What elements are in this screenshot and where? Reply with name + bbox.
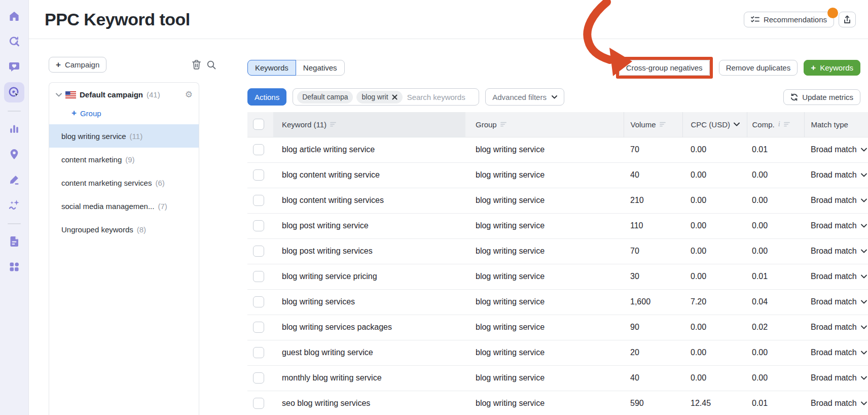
row-checkbox[interactable] [253,322,264,333]
volume-cell: 40 [624,365,682,391]
search-keywords-input[interactable] [406,92,475,102]
group-item[interactable]: social media managemen... (7) [49,194,199,218]
header-keyword[interactable]: Keyword (11) [282,120,465,129]
group-item[interactable]: blog writing service (11) [49,124,199,148]
add-group-button[interactable]: + Group [49,105,199,124]
local-marketing-pin-icon[interactable] [4,144,24,164]
volume-cell: 210 [624,188,682,213]
header-group[interactable]: Group [476,120,623,129]
row-checkbox[interactable] [253,398,264,409]
actions-button[interactable]: Actions [247,88,286,106]
reports-document-icon[interactable] [4,231,24,252]
ppc-tool-icon[interactable] [4,82,24,102]
group-item[interactable]: Ungrouped keywords (8) [49,218,199,241]
chevron-down-icon [861,351,867,355]
add-campaign-button[interactable]: + Campaign [49,57,106,73]
tab-keywords[interactable]: Keywords [247,60,296,76]
remove-chip-icon[interactable] [392,94,397,100]
keywords-negatives-tabs: Keywords Negatives [247,60,345,76]
analytics-icon[interactable] [4,119,24,139]
header-cpc[interactable]: CPC (USD) [691,120,746,129]
competition-cell: 0.00 [747,238,804,264]
row-checkbox[interactable] [253,220,264,231]
cpc-cell: 12.45 [682,391,747,415]
group-cell: blog writing service [465,365,624,391]
cross-group-negatives-button[interactable]: Cross-group negatives [619,60,710,76]
competition-cell: 0.04 [747,289,804,315]
row-checkbox[interactable] [253,347,264,358]
row-checkbox[interactable] [253,246,264,257]
row-checkbox[interactable] [253,271,264,282]
table-row: monthly blog writing service blog writin… [247,365,868,391]
group-item[interactable]: content marketing services (6) [49,171,199,194]
content-editor-pencil-icon[interactable] [4,169,24,190]
keyword-cell: blog post writing services [273,238,465,264]
header-volume[interactable]: Volume [631,120,682,129]
match-type-dropdown[interactable]: Broad match [811,145,867,154]
update-metrics-button[interactable]: Update metrics [783,89,860,105]
export-button[interactable] [839,12,856,27]
row-checkbox[interactable] [253,169,264,181]
cpc-cell: 0.00 [682,238,747,264]
match-type-dropdown[interactable]: Broad match [811,348,867,357]
row-checkbox[interactable] [253,195,264,206]
remove-duplicates-button[interactable]: Remove duplicates [719,60,798,76]
keyword-cell: blog writing service pricing [273,264,465,289]
info-icon: i [778,120,780,128]
match-type-dropdown[interactable]: Broad match [811,399,867,408]
search-keywords-box[interactable]: Default campa blog writ [293,88,479,106]
match-type-dropdown[interactable]: Broad match [811,247,867,256]
reputation-heart-icon[interactable] [4,57,24,77]
ai-tools-sparkles-icon[interactable] [4,195,24,215]
chevron-down-icon [861,325,867,329]
competition-cell: 0.02 [747,315,804,340]
add-keywords-button[interactable]: + Keywords [804,60,860,76]
volume-cell: 30 [624,264,682,289]
cpc-cell: 0.00 [682,162,747,188]
row-checkbox[interactable] [253,372,264,384]
cpc-cell: 0.00 [682,340,747,365]
table-row: guest blog writing service blog writing … [247,340,868,365]
recommendations-button[interactable]: Recommendations [744,12,834,27]
cpc-cell: 0.00 [682,213,747,238]
sidebar-divider [8,223,21,224]
sidebar [0,0,29,415]
header-competition[interactable]: Comp. i [752,120,804,129]
home-icon[interactable] [4,6,24,26]
match-type-dropdown[interactable]: Broad match [811,196,867,205]
competition-cell: 0.01 [747,137,804,162]
delete-trash-icon[interactable] [189,57,204,73]
group-cell: blog writing service [465,162,624,188]
advanced-filters-dropdown[interactable]: Advanced filters [485,88,564,106]
keyword-research-icon[interactable] [4,31,24,52]
row-checkbox[interactable] [253,144,264,155]
campaign-sidebar: + Campaign Default campaign (41) [49,39,219,415]
group-item[interactable]: content marketing (9) [49,148,199,171]
competition-cell: 0.00 [747,365,804,391]
campaign-row[interactable]: Default campaign (41) ⚙ [49,83,199,105]
tab-negatives[interactable]: Negatives [296,60,345,76]
match-type-dropdown[interactable]: Broad match [811,323,867,332]
row-checkbox[interactable] [253,296,264,307]
match-type-dropdown[interactable]: Broad match [811,272,867,281]
chevron-down-icon[interactable] [56,93,62,97]
gear-icon[interactable]: ⚙ [185,90,193,99]
search-groups-icon[interactable] [204,57,219,73]
export-icon [843,15,851,24]
more-apps-grid-icon[interactable] [4,257,24,277]
match-type-dropdown[interactable]: Broad match [811,297,867,306]
table-row: blog article writing service blog writin… [247,137,868,162]
match-type-dropdown[interactable]: Broad match [811,221,867,230]
select-all-checkbox[interactable] [253,119,264,130]
filter-chip[interactable]: Default campa [297,91,353,103]
match-type-dropdown[interactable]: Broad match [811,170,867,180]
table-row: blog writing service pricing blog writin… [247,264,868,289]
group-cell: blog writing service [465,238,624,264]
keyword-cell: monthly blog writing service [273,365,465,391]
filter-chip[interactable]: blog writ [356,91,402,103]
chevron-down-icon [861,274,867,279]
chevron-down-icon [861,249,867,253]
volume-cell: 70 [624,137,682,162]
page-title: PPC Keyword tool [45,10,744,29]
match-type-dropdown[interactable]: Broad match [811,373,867,383]
